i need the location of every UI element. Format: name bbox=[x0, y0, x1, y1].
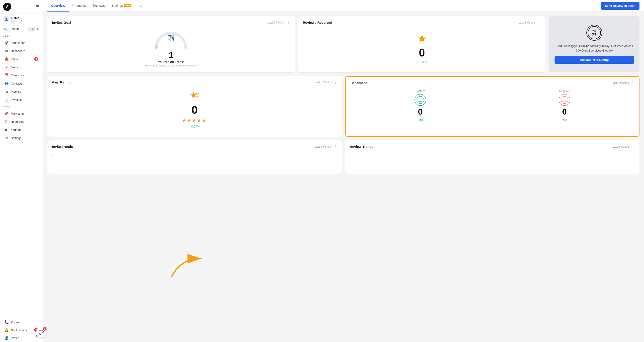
tab-requests[interactable]: Requests bbox=[69, 0, 89, 12]
activate-yext-button[interactable]: Activate Yext Listing bbox=[554, 56, 634, 64]
negative-label: Negative bbox=[559, 90, 570, 93]
search-label: Search bbox=[10, 27, 26, 31]
svg-rect-3 bbox=[196, 93, 199, 94]
reviews-star-icon bbox=[417, 34, 427, 45]
pipeline-icon: ⊿ bbox=[4, 90, 8, 94]
sentiment-header: Sentiment Last 6 Months ⋮ bbox=[350, 81, 634, 85]
sidebar-item-marketing[interactable]: 📣 Marketing bbox=[1, 110, 41, 117]
hamburger-icon[interactable]: ☰ bbox=[36, 4, 40, 9]
invite-trends-yaxis: 2 bbox=[52, 154, 337, 156]
user-info: Demo Irvine, CA bbox=[11, 16, 36, 22]
sidebar-item-label: Calendars bbox=[11, 74, 24, 77]
dashboard: Invites Goal Last 6 Months ⋮ ✈️ 1 bbox=[43, 12, 644, 342]
sidebar-item-contacts[interactable]: 👥 Contacts bbox=[1, 80, 41, 87]
sidebar-item-phone[interactable]: 📞 Phone bbox=[1, 318, 41, 326]
svg-point-11 bbox=[566, 99, 566, 100]
review-trends-period: Last 6 Months bbox=[612, 145, 630, 148]
positive-label: Positive bbox=[416, 90, 425, 93]
settings-icon: ⚙ bbox=[4, 136, 8, 140]
positive-face-icon bbox=[414, 94, 426, 106]
up-arrow-icon: ↑ bbox=[416, 60, 418, 64]
invites-goal-title: Invites Goal bbox=[52, 21, 71, 25]
tab-overview[interactable]: Overview bbox=[48, 0, 69, 12]
up-arrow-icon: ↑ bbox=[190, 125, 191, 128]
reviews-number: 0 bbox=[419, 47, 425, 59]
search-arrow-icon: ➤ bbox=[37, 27, 40, 31]
launchpad-icon: 🚀 bbox=[4, 41, 8, 45]
profile-icon: 👤 bbox=[4, 336, 8, 340]
sidebar-item-inbox[interactable]: 📥 Inbox 0 bbox=[1, 55, 41, 63]
invites-goal-menu-icon[interactable]: ⋮ bbox=[287, 20, 290, 25]
user-name: Demo bbox=[11, 16, 36, 20]
calendars-icon: 📅 bbox=[4, 73, 8, 77]
sidebar-item-youtube[interactable]: ▶ Youtube bbox=[1, 126, 41, 134]
tools-section-label: Tools bbox=[0, 104, 43, 109]
svg-point-9 bbox=[561, 96, 568, 104]
send-review-request-button[interactable]: Send Review Request bbox=[601, 2, 640, 10]
invites-goal-body: ✈️ 1 You are on Track! Your current goal… bbox=[52, 27, 290, 68]
svg-rect-4 bbox=[196, 95, 199, 95]
positive-change: ↑ 0% bbox=[417, 118, 423, 121]
sidebar-item-settings[interactable]: ⚙ Settings bbox=[1, 134, 41, 142]
sidebar-item-tasks[interactable]: ✔ Tasks bbox=[1, 63, 41, 71]
avg-rating-menu-icon[interactable]: ⋮ bbox=[334, 80, 337, 84]
sidebar-item-label: Invoices bbox=[11, 98, 22, 102]
invite-trends-body: 2 bbox=[52, 151, 337, 170]
phone-icon: 📞 bbox=[4, 320, 8, 324]
tab-listings[interactable]: Listings new bbox=[108, 0, 134, 12]
avg-rating-body: 0 ★★★★★ ↑ 0.00% bbox=[52, 87, 337, 133]
svg-point-6 bbox=[417, 96, 424, 104]
svg-text:XT: XT bbox=[592, 33, 596, 36]
user-profile[interactable]: 👤 Demo Irvine, CA ▾ bbox=[0, 14, 43, 25]
sidebar-item-notifications[interactable]: 🔔 Notifications 2 bbox=[1, 326, 41, 334]
sidebar-item-calendars[interactable]: 📅 Calendars bbox=[1, 72, 41, 79]
review-trends-header: Review Trends Last 6 Months ⋮ bbox=[350, 144, 635, 149]
search-bar[interactable]: 🔍 Search ⌘ K ➤ bbox=[0, 25, 43, 33]
review-trends-meta: Last 6 Months ⋮ bbox=[612, 144, 635, 149]
invite-trends-meta: Last 6 Months ⋮ bbox=[315, 144, 337, 149]
cards-row-3: Invite Trends Last 6 Months ⋮ 2 Review T… bbox=[48, 140, 640, 174]
invites-number: 1 bbox=[169, 51, 173, 60]
sidebar-item-label: Youtube bbox=[11, 128, 22, 132]
sidebar-item-label: Settings bbox=[11, 136, 22, 140]
invoices-icon: 🧾 bbox=[4, 98, 8, 102]
sidebar-bottom: 📞 Phone 🔔 Notifications 2 👤 Profile bbox=[0, 318, 43, 342]
reporting-icon: 📋 bbox=[4, 120, 8, 124]
invite-trends-title: Invite Trends bbox=[52, 145, 73, 149]
search-icon: 🔍 bbox=[3, 27, 8, 31]
sidebar-item-reporting[interactable]: 📋 Reporting bbox=[1, 118, 41, 125]
sentiment-menu-icon[interactable]: ⋮ bbox=[631, 81, 634, 85]
online-indicator bbox=[35, 335, 38, 337]
chat-badge: 2 bbox=[43, 327, 46, 331]
avg-rating-title: Avg. Rating bbox=[52, 80, 71, 84]
chevron-down-icon: ▾ bbox=[38, 18, 40, 21]
sidebar-item-label: Pipeline bbox=[11, 90, 21, 93]
user-location: Irvine, CA bbox=[11, 20, 36, 22]
tab-reviews[interactable]: Reviews bbox=[89, 0, 108, 12]
invite-trends-menu-icon[interactable]: ⋮ bbox=[334, 144, 337, 149]
avg-rating-icon bbox=[189, 92, 200, 102]
avg-rating-meta: Last 6 Months ⋮ bbox=[315, 80, 337, 84]
sidebar-item-launchpad[interactable]: 🚀 Launchpad bbox=[1, 39, 41, 47]
reviews-received-menu-icon[interactable]: ⋮ bbox=[538, 20, 541, 25]
invite-trends-header: Invite Trends Last 6 Months ⋮ bbox=[52, 144, 337, 149]
avg-rating-header: Avg. Rating Last 6 Months ⋮ bbox=[52, 80, 337, 84]
sidebar-item-label: Profile bbox=[11, 336, 19, 340]
gauge-container: ✈️ bbox=[153, 30, 189, 49]
negative-arrow-icon: ↑ bbox=[561, 118, 563, 121]
marketing-icon: 📣 bbox=[4, 111, 8, 116]
sidebar-item-label: Reporting bbox=[11, 120, 24, 123]
sidebar-item-pipeline[interactable]: ⊿ Pipeline bbox=[1, 88, 41, 95]
review-trends-menu-icon[interactable]: ⋮ bbox=[631, 144, 635, 149]
review-trends-body bbox=[350, 151, 635, 170]
notifications-icon: 🔔 bbox=[4, 328, 8, 332]
settings-gear-icon[interactable]: ⚙ bbox=[139, 4, 143, 8]
sidebar-item-invoices[interactable]: 🧾 Invoices bbox=[1, 96, 41, 104]
avg-rating-change: ↑ 0.00% bbox=[190, 125, 200, 128]
avg-rating-card: Avg. Rating Last 6 Months ⋮ 0 ★★★★★ ↑ 0.… bbox=[48, 76, 342, 137]
plane-icon: ✈️ bbox=[167, 34, 175, 42]
sidebar-item-dashboard[interactable]: ⊞ Dashboard bbox=[1, 47, 41, 55]
reviews-received-meta: Last 6 Months ⋮ bbox=[519, 20, 541, 25]
negative-change: ↑ 0% bbox=[561, 118, 568, 121]
listings-new-badge: new bbox=[124, 4, 131, 7]
